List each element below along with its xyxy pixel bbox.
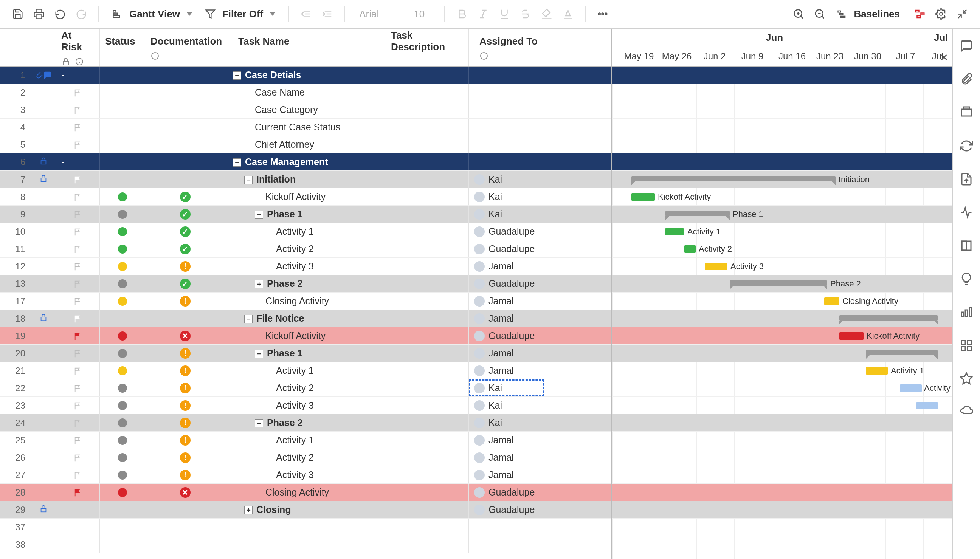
status-cell[interactable] — [100, 310, 145, 327]
expand-toggle[interactable]: − — [233, 71, 241, 80]
doc-cell[interactable] — [145, 536, 225, 553]
gantt-row[interactable] — [612, 501, 952, 519]
desc-cell[interactable] — [378, 119, 469, 136]
flag-icon[interactable] — [74, 419, 82, 427]
gantt-row[interactable] — [612, 536, 952, 553]
summary-icon[interactable] — [960, 239, 973, 253]
risk-cell[interactable] — [56, 379, 100, 397]
grid-row[interactable]: 2Case Name — [0, 84, 611, 101]
status-cell[interactable] — [100, 293, 145, 309]
grid-row[interactable]: 22!Activity 2Kai — [0, 379, 611, 397]
flag-icon[interactable] — [74, 245, 82, 253]
grid-row[interactable]: 8✓Kickoff ActivityKai — [0, 188, 611, 206]
desc-cell[interactable] — [378, 66, 469, 84]
doc-cell[interactable]: ! — [145, 258, 225, 275]
grid-row[interactable]: 23!Activity 3Kai — [0, 397, 611, 414]
grid-row[interactable]: 6-−Case Management — [0, 154, 611, 171]
task-cell[interactable]: −File Notice — [225, 310, 378, 327]
gantt-row[interactable] — [612, 345, 952, 362]
text-color-button[interactable] — [558, 5, 577, 23]
status-cell[interactable] — [100, 484, 145, 501]
task-cell[interactable]: Activity 2 — [225, 449, 378, 466]
font-size-select[interactable]: 10 — [407, 8, 437, 20]
status-cell[interactable] — [100, 397, 145, 414]
risk-cell[interactable]: - — [56, 66, 100, 84]
risk-cell[interactable] — [56, 275, 100, 292]
row-number[interactable]: 12 — [0, 258, 31, 275]
gantt-row[interactable] — [612, 119, 952, 136]
task-cell[interactable]: Closing Activity — [225, 293, 378, 309]
col-desc[interactable]: Task Description — [378, 29, 469, 66]
gantt-row[interactable] — [612, 154, 952, 171]
fill-color-button[interactable] — [537, 5, 556, 23]
grid-row[interactable]: 38 — [0, 536, 611, 553]
flag-icon[interactable] — [74, 141, 82, 149]
strikethrough-button[interactable] — [516, 5, 535, 23]
task-bar[interactable] — [705, 263, 727, 270]
critical-path-button[interactable] — [910, 5, 929, 23]
grid-row[interactable]: 37 — [0, 519, 611, 536]
task-cell[interactable]: Chief Attorney — [225, 136, 378, 153]
assigned-cell[interactable]: Kai — [469, 397, 545, 414]
doc-cell[interactable] — [145, 136, 225, 153]
doc-cell[interactable]: ✓ — [145, 275, 225, 292]
assigned-cell[interactable] — [469, 84, 545, 101]
workapps-icon[interactable] — [960, 339, 973, 352]
assigned-cell[interactable]: Jamal — [469, 345, 545, 362]
gantt-row[interactable] — [612, 449, 952, 466]
gantt-row[interactable] — [612, 466, 952, 484]
status-cell[interactable] — [100, 501, 145, 518]
task-cell[interactable]: Activity 3 — [225, 397, 378, 414]
doc-cell[interactable]: ! — [145, 293, 225, 309]
grid-row[interactable]: 7−InitiationKai — [0, 171, 611, 188]
risk-cell[interactable]: - — [56, 154, 100, 170]
assigned-cell[interactable]: Jamal — [469, 258, 545, 275]
status-cell[interactable] — [100, 449, 145, 466]
connect-icon[interactable] — [960, 372, 973, 385]
assigned-cell[interactable] — [469, 536, 545, 553]
gantt-row[interactable]: Phase 2 — [612, 275, 952, 293]
row-number[interactable]: 9 — [0, 206, 31, 223]
gantt-row[interactable]: Activity 3 — [612, 258, 952, 275]
assigned-cell[interactable]: Guadalupe — [469, 275, 545, 292]
gantt-row[interactable]: Activity 1 — [612, 223, 952, 240]
flag-icon[interactable] — [74, 210, 82, 218]
conversations-icon[interactable] — [960, 39, 973, 53]
status-cell[interactable] — [100, 345, 145, 362]
doc-cell[interactable] — [145, 519, 225, 536]
task-cell[interactable]: Activity 3 — [225, 466, 378, 483]
task-cell[interactable]: Activity 2 — [225, 240, 378, 257]
filter-button[interactable]: Filter Off — [200, 5, 281, 23]
assigned-cell[interactable] — [469, 119, 545, 136]
flag-icon[interactable] — [74, 228, 82, 236]
settings-button[interactable] — [932, 5, 950, 23]
task-bar[interactable] — [684, 245, 696, 253]
summary-bar[interactable] — [631, 176, 836, 182]
risk-cell[interactable] — [56, 293, 100, 309]
row-number[interactable]: 24 — [0, 414, 31, 431]
desc-cell[interactable] — [378, 501, 469, 518]
underline-button[interactable] — [495, 5, 514, 23]
desc-cell[interactable] — [378, 206, 469, 223]
risk-cell[interactable] — [56, 84, 100, 101]
gantt-row[interactable]: Activity — [612, 379, 952, 397]
task-bar[interactable] — [900, 384, 922, 392]
task-cell[interactable]: Closing Activity — [225, 484, 378, 501]
risk-cell[interactable] — [56, 136, 100, 153]
gantt-row[interactable] — [612, 432, 952, 449]
row-number[interactable]: 25 — [0, 432, 31, 449]
task-cell[interactable]: −Phase 1 — [225, 345, 378, 362]
grid-row[interactable]: 13✓+Phase 2Guadalupe — [0, 275, 611, 293]
grid-row[interactable]: 20!−Phase 1Jamal — [0, 345, 611, 362]
doc-cell[interactable] — [145, 84, 225, 101]
grid-row[interactable]: 27!Activity 3Jamal — [0, 466, 611, 484]
col-risk[interactable]: At Risk — [56, 29, 100, 66]
doc-cell[interactable]: ! — [145, 362, 225, 379]
status-cell[interactable] — [100, 258, 145, 275]
assigned-cell[interactable]: Guadalupe — [469, 327, 545, 344]
flag-icon[interactable] — [74, 106, 82, 114]
doc-cell[interactable]: ✓ — [145, 188, 225, 205]
assigned-cell[interactable] — [469, 136, 545, 153]
task-cell[interactable]: Activity 1 — [225, 223, 378, 240]
risk-cell[interactable] — [56, 206, 100, 223]
